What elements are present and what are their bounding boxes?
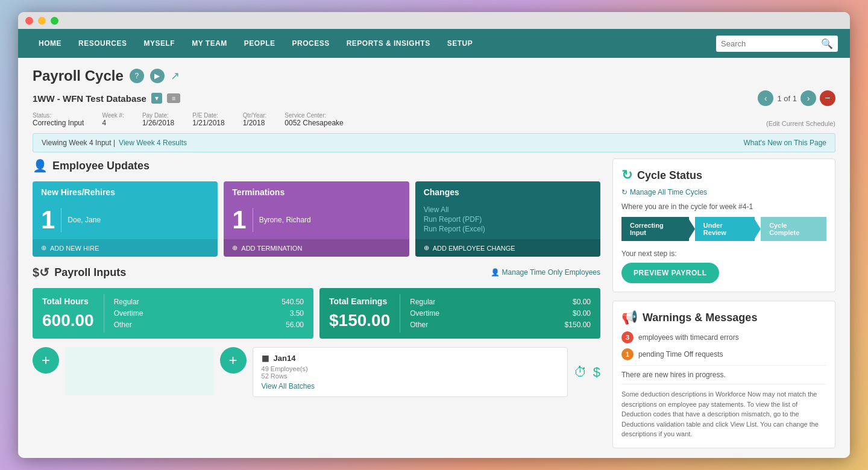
plus-icon: ⊕ [41,244,46,252]
nav-resources[interactable]: RESOURCES [70,29,136,58]
total-earnings-left: Total Earnings $150.00 [319,288,400,339]
cycle-selector-row: 1WW - WFN Test Database ▾ ≡ ‹ 1 of 1 › − [33,90,835,106]
banner-text: Viewing Week 4 Input | [42,139,115,147]
total-hours-card: Total Hours 600.00 Regular 540.50 Overti… [33,288,313,339]
payroll-section-header: $↺ Payroll Inputs 👤 Manage Time Only Emp… [33,265,600,280]
batch-placeholder [65,347,214,395]
new-hires-name: Doe, Jane [68,216,101,224]
close-cycle-button[interactable]: − [820,90,835,106]
add-batch-button-2[interactable]: + [220,347,247,374]
navbar: HOME RESOURCES MYSELF MY TEAM PEOPLE PRO… [18,29,850,58]
search-icon[interactable]: 🔍 [821,38,833,49]
new-hires-card: New Hires/Rehires 1 Doe, Jane ⊕ ADD NEW … [33,181,218,257]
total-earnings-label: Total Earnings [329,296,390,306]
total-earnings-right: Regular $0.00 Overtime $0.00 Other $150.… [400,288,600,339]
cycle-refresh-icon: ↻ [621,168,632,183]
cycle-status-section: ↻ Cycle Status ↻ Manage All Time Cycles … [612,158,835,292]
nav-process[interactable]: PROCESS [284,29,338,58]
changes-header: Changes [415,181,600,201]
badge-red: 3 [621,331,634,343]
batch-clock-icon: ⏱ [574,365,587,380]
dollar-icon: $↺ [33,265,49,280]
two-column-layout: 👤 Employee Updates New Hires/Rehires 1 D… [33,158,835,448]
cycle-dropdown-button[interactable]: ▾ [151,93,162,104]
batch-name: Jan14 [274,354,296,363]
view-all-batches-link[interactable]: View All Batches [262,382,559,390]
add-employee-change-button[interactable]: ⊕ ADD EMPLOYEE CHANGE [415,239,600,257]
terminations-body: 1 Byrone, Richard [224,201,409,239]
add-termination-button[interactable]: ⊕ ADD TERMINATION [224,239,409,257]
maximize-button[interactable] [51,17,58,25]
card-divider [61,208,61,232]
changes-body: View All Run Report (PDF) Run Report (Ex… [415,201,600,239]
new-hires-msg: There are new hires in progress. [621,371,826,379]
video-icon[interactable]: ▶ [150,69,165,83]
manage-icon: 👤 [491,268,500,277]
help-icon[interactable]: ? [130,69,144,83]
whats-new-link[interactable]: What's New on This Page [744,139,826,147]
plus-icon-3: ⊕ [424,244,429,252]
pagination: ‹ 1 of 1 › − [758,90,835,106]
nav-people[interactable]: PEOPLE [236,29,284,58]
terminations-name: Byrone, Richard [259,216,311,224]
payroll-inputs-title: Payroll Inputs [54,266,126,279]
meta-pay-date: Pay Date: 1/26/2018 [142,112,174,127]
terminations-header: Terminations [224,181,409,201]
meta-pe-date: P/E Date: 1/21/2018 [192,112,224,127]
warning-item-2: 1 pending Time Off requests [621,348,826,360]
new-hires-count: 1 [41,205,55,234]
total-earnings-card: Total Earnings $150.00 Regular $0.00 Ove… [319,288,600,339]
search-input[interactable] [721,39,817,48]
employee-updates-title: Employee Updates [52,160,149,172]
run-report-excel-link[interactable]: Run Report (Excel) [424,225,485,233]
batch-rows: 52 Rows [262,372,559,380]
next-step-label: Your next step is: [621,249,826,258]
batch-info-card: ▦ Jan14 49 Employee(s) 52 Rows View All … [253,347,568,397]
cycle-menu-button[interactable]: ≡ [167,93,180,103]
batch-dollar-icon: $ [593,365,600,380]
total-hours-right: Regular 540.50 Overtime 3.50 Other 56.00 [104,288,313,339]
manage-cycles-link[interactable]: ↻ Manage All Time Cycles [621,188,826,196]
earnings-overtime: Overtime $0.00 [410,309,591,318]
nav-reports[interactable]: REPORTS & INSIGHTS [338,29,439,58]
hours-regular: Regular 540.50 [114,298,304,306]
run-report-pdf-link[interactable]: Run Report (PDF) [424,215,482,224]
hours-other: Other 56.00 [114,321,304,329]
step-under-review: Under Review [695,217,755,241]
manage-time-link[interactable]: 👤 Manage Time Only Employees [491,268,600,277]
new-hires-header: New Hires/Rehires [33,181,218,201]
expand-icon[interactable]: ↗ [171,69,180,83]
cycle-meta: Status: Correcting Input Week #: 4 Pay D… [33,112,835,127]
meta-qtr-year: Qtr/Year: 1/2018 [243,112,267,127]
edit-schedule-link[interactable]: (Edit Current Schedule) [766,120,835,127]
batch-info-header: ▦ Jan14 [262,354,559,363]
payroll-cards: Total Hours 600.00 Regular 540.50 Overti… [33,288,600,339]
warnings-header: 📢 Warnings & Messages [621,310,826,325]
nav-myself[interactable]: MYSELF [136,29,184,58]
info-banner: Viewing Week 4 Input | View Week 4 Resul… [33,133,835,152]
batch-section: + + ▦ Jan14 49 Employee(s) 52 Rows View … [33,347,600,397]
nav-my-team[interactable]: MY TEAM [183,29,236,58]
meta-service-center: Service Center: 0052 Chesapeake [285,112,343,127]
nav-home[interactable]: HOME [30,29,70,58]
changes-card: Changes View All Run Report (PDF) Run Re… [415,181,600,257]
cycle-status-title: Cycle Status [637,169,702,182]
nav-setup[interactable]: SETUP [439,29,482,58]
app-window: HOME RESOURCES MYSELF MY TEAM PEOPLE PRO… [18,12,850,458]
preview-payroll-button[interactable]: PREVIEW PAYROLL [621,263,719,283]
banner-link[interactable]: View Week 4 Results [119,139,187,147]
step-cycle-complete: Cycle Complete [761,217,826,241]
view-all-changes-link[interactable]: View All [424,205,449,214]
terminations-card: Terminations 1 Byrone, Richard ⊕ ADD TER… [224,181,409,257]
total-hours-value: 600.00 [42,311,94,330]
step-correcting-input: Correcting Input [621,217,689,241]
prev-page-button[interactable]: ‹ [758,90,773,106]
add-new-hire-button[interactable]: ⊕ ADD NEW HIRE [33,239,218,257]
earnings-other: Other $150.00 [410,321,591,329]
left-column: 👤 Employee Updates New Hires/Rehires 1 D… [33,158,600,448]
search-container: 🔍 [716,36,838,52]
minimize-button[interactable] [38,17,46,25]
close-button[interactable] [25,17,33,25]
add-batch-button[interactable]: + [33,347,59,374]
next-page-button[interactable]: › [800,90,816,106]
